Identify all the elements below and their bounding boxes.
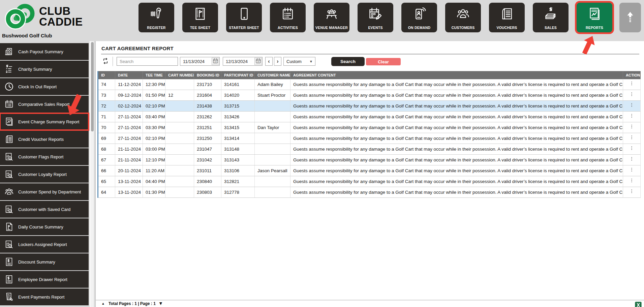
refresh-button[interactable] [101, 57, 110, 66]
cell-customer-name [255, 133, 290, 144]
sidebar-item-lockers-assigned-report[interactable]: Lockers Assigned Report [0, 236, 89, 253]
people-group-icon [456, 6, 470, 21]
row-action-menu[interactable] [623, 79, 641, 90]
sidebar-item-cash-payout-summary[interactable]: Cash Payout Summary [0, 43, 89, 60]
nav-button-on-demand[interactable]: ON DEMAND [401, 3, 437, 32]
kebab-menu-icon [629, 176, 634, 187]
column-header-tee-time[interactable]: TEE TIME [143, 71, 165, 79]
nav-button-starter-sheet[interactable]: STARTER SHEET [226, 3, 262, 32]
table-row[interactable]: 7027-11-202403:30 PM231251313415Dan Tayl… [98, 122, 641, 133]
collapse-footer-icon[interactable]: ▲ [101, 302, 105, 305]
table-row[interactable]: 6721-11-202412:10 PM231042313143Guests a… [98, 155, 641, 165]
search-button[interactable]: Search [331, 57, 365, 66]
sidebar-report-list: Cash Payout SummaryCharity SummaryClock … [0, 43, 89, 306]
table-row[interactable]: 6513-11-202404:40 PM230840312821Guests a… [98, 176, 641, 187]
column-header-customer-name[interactable]: CUSTOMER NAME [255, 71, 290, 79]
cell-cart-number [165, 79, 194, 90]
sidebar-item-daily-course-summary[interactable]: Daily Course Summary [0, 218, 89, 235]
cell-id: 72 [98, 101, 115, 111]
row-action-menu[interactable] [623, 122, 641, 133]
cell-cart-number [165, 133, 194, 144]
expand-pager-icon[interactable]: ▼ [158, 301, 163, 306]
row-action-menu[interactable] [623, 112, 641, 122]
table-row[interactable]: 6927-11-202402:10 PM231250313414Guests a… [98, 133, 641, 144]
scroll-top-button[interactable] [619, 3, 641, 32]
document-chart-magnifier-icon [4, 239, 14, 249]
sidebar-item-customer-loyalty-report[interactable]: Customer Loyalty Report [0, 166, 89, 183]
cell-id: 69 [98, 133, 115, 144]
nav-button-register[interactable]: REGISTER [139, 3, 174, 32]
club-name: Bushwood Golf Club [2, 33, 52, 38]
calendar-icon[interactable]: 14 [212, 58, 219, 65]
date-to-input[interactable] [223, 59, 254, 64]
nav-button-vouchers[interactable]: VOUCHERS [489, 3, 525, 32]
row-action-menu[interactable] [623, 144, 641, 154]
date-from-input[interactable] [180, 59, 212, 64]
row-action-menu[interactable] [623, 187, 641, 197]
charity-icon [4, 64, 14, 74]
cell-booking-id: 231047 [194, 144, 221, 154]
calendar-icon[interactable]: 14 [254, 58, 262, 65]
sidebar-item-customer-spend-by-department[interactable]: Customer Spend by Department [0, 183, 89, 200]
vertical-scrollbar [90, 41, 94, 307]
cell-date: 13-11-2024 [115, 187, 143, 197]
nav-button-venue-manager[interactable]: VENUE MANAGER [314, 3, 349, 32]
sidebar-item-customer-with-saved-card[interactable]: Customer with Saved Card [0, 201, 89, 218]
sidebar-item-label: Event Payments Report [18, 295, 64, 300]
table-row[interactable]: 7127-11-202403:40 PM231262313426Guests a… [98, 112, 641, 122]
receipt-icon [4, 292, 14, 302]
row-action-menu[interactable] [623, 176, 641, 187]
cell-customer-name: Dan Taylor [255, 122, 290, 133]
clear-button[interactable]: Clear [366, 58, 401, 65]
column-header-date[interactable]: DATE [115, 71, 143, 79]
previous-range-button[interactable]: ‹ [265, 57, 273, 66]
kebab-menu-icon [629, 101, 634, 111]
nav-button-tee-sheet[interactable]: TEE SHEET [182, 3, 218, 32]
document-chart-magnifier-icon [4, 169, 14, 179]
cell-booking-id: 231710 [194, 79, 221, 90]
table-row[interactable]: 6413-11-202401:30 PM230803312778Guests a… [98, 187, 641, 198]
sidebar-item-employee-drawer-report[interactable]: Employee Drawer Report [0, 271, 89, 288]
scrollbar-thumb[interactable] [91, 42, 94, 131]
nav-button-activities[interactable]: ACTIVITIES [270, 3, 306, 32]
nav-button-reports[interactable]: REPORTS [577, 3, 612, 32]
column-header-agreement-content[interactable]: AGREEMENT CONTENT [290, 71, 623, 79]
excel-export-icon[interactable] [635, 301, 642, 307]
document-chart-magnifier-icon [4, 204, 14, 214]
table-row[interactable]: 6821-11-202403:00 PM231047313148Guests a… [98, 144, 641, 155]
nav-button-events[interactable]: EVENTS [358, 3, 393, 32]
sidebar-item-event-payments-report[interactable]: Event Payments Report [0, 288, 89, 305]
tee-sheet-icon [193, 6, 208, 21]
sidebar-item-label: Charity Summary [18, 67, 52, 72]
column-header-cart-number[interactable]: CART NUMBER [165, 71, 194, 79]
table-row[interactable]: 7309-12-202401:50 PM12231604314020Stuart… [98, 90, 641, 101]
page-title: CART AGREEMENT REPORT [101, 45, 174, 51]
nav-button-sales[interactable]: SALES [533, 3, 569, 32]
nav-button-customers[interactable]: CUSTOMERS [445, 3, 481, 32]
search-input[interactable] [117, 57, 178, 66]
sidebar-item-discount-summary[interactable]: Discount Summary [0, 253, 89, 270]
next-range-button[interactable]: › [274, 57, 281, 66]
table-row[interactable]: 7411-12-202412:30 PM231710314161Adam Bai… [98, 79, 641, 90]
row-action-menu[interactable] [623, 90, 641, 100]
row-action-menu[interactable] [623, 101, 641, 111]
date-range-select[interactable]: Custom ▼ [283, 57, 315, 66]
sidebar-item-customer-flags-report[interactable]: Customer Flags Report [0, 148, 89, 165]
row-action-menu[interactable] [623, 155, 641, 165]
sidebar-item-label: Credit Voucher Reports [18, 137, 64, 142]
row-action-menu[interactable] [623, 133, 641, 144]
column-header-id[interactable]: ID [98, 71, 115, 79]
date-range-value: Custom [286, 59, 302, 64]
calendar-list-icon [4, 99, 14, 109]
cell-tee-time: 03:00 PM [143, 144, 165, 154]
sidebar-item-charity-summary[interactable]: Charity Summary [0, 61, 89, 78]
table-row[interactable]: 7202-12-202402:10 PM231438313715Guests a… [98, 101, 641, 112]
column-header-booking-id[interactable]: BOOKING ID [194, 71, 221, 79]
calendar-date-icon: 14 [255, 58, 261, 65]
row-action-menu[interactable] [623, 165, 641, 176]
sidebar-item-credit-voucher-reports[interactable]: Credit Voucher Reports [0, 131, 89, 148]
column-header-action[interactable]: ACTION [623, 71, 641, 79]
table-row[interactable]: 6620-11-202411:20 AM231011313106Jason Pe… [98, 165, 641, 176]
cell-date: 02-12-2024 [115, 101, 143, 111]
column-header-participant-id[interactable]: PARTICIPANT ID [221, 71, 255, 79]
